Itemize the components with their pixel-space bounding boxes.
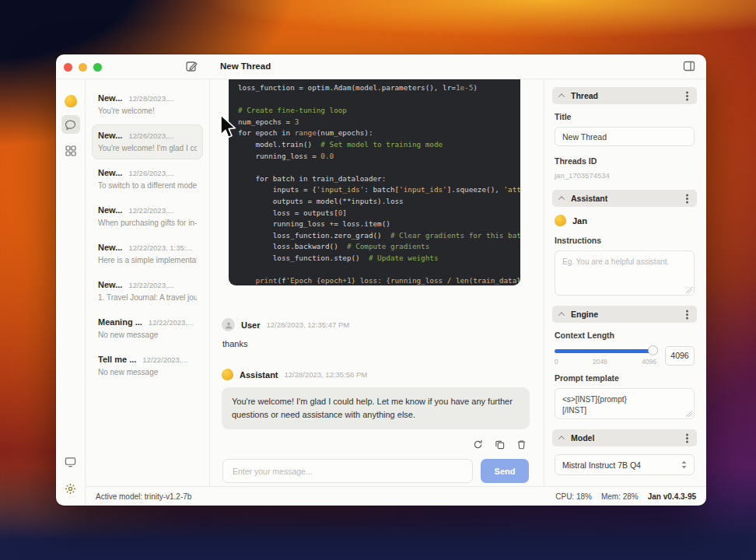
code-line: running_loss = 0.0 (238, 151, 511, 163)
code-line: print(f'Epoch {epoch+1} loss: {running_l… (238, 275, 511, 285)
trash-icon[interactable] (516, 439, 527, 450)
kebab-menu-icon[interactable] (686, 198, 688, 200)
settings-gear-icon[interactable] (61, 479, 80, 498)
regenerate-icon[interactable] (473, 439, 483, 450)
threads-id-value: jan_1703574534 (555, 171, 695, 180)
code-line (238, 94, 511, 106)
thread-title-input[interactable] (555, 127, 695, 146)
chevron-up-icon (558, 93, 565, 100)
thread-preview: You're welcome! I'm glad I cou... (98, 144, 197, 152)
message-input[interactable] (222, 459, 473, 483)
left-icon-rail (56, 79, 86, 506)
tick-label: 2048 (593, 358, 607, 366)
model-section-header[interactable]: Model (552, 429, 697, 446)
code-line: outputs = model(**inputs).loss (238, 196, 511, 208)
titlebar: New Thread (56, 54, 706, 79)
code-line (238, 264, 511, 276)
chevron-up-icon (558, 312, 565, 318)
slider-knob[interactable] (648, 345, 658, 355)
copy-icon[interactable] (495, 439, 505, 450)
engine-section-header[interactable]: Engine (552, 306, 697, 323)
cpu-status: CPU: 18% (555, 492, 592, 501)
section-title: Assistant (571, 194, 679, 203)
code-line: loss_function.zero_grad() # Clear gradie… (238, 230, 511, 242)
code-line: loss = outputs[0] (238, 208, 511, 219)
assistant-name: Jan (572, 216, 587, 226)
thread-list-item[interactable]: New...12/28/2023,...You're welcome! (92, 87, 203, 122)
model-section: Model Mistral Instruct 7B Q4 (552, 429, 697, 486)
threads-nav-chat-icon[interactable] (61, 115, 80, 134)
prompt-template-label: Prompt template (555, 373, 695, 383)
code-block: loss_function = optim.Adam(model.paramet… (229, 79, 520, 285)
code-line: loss_function = optim.Adam(model.paramet… (238, 82, 511, 94)
thread-list-item[interactable]: New...12/22/2023,...1. Travel Journal: A… (92, 274, 203, 309)
user-message-text: thanks (222, 339, 530, 348)
thread-list-item[interactable]: New...12/22/2023,...When purchasing gift… (92, 199, 203, 234)
thread-list-item[interactable]: New...12/26/2023,...You're welcome! I'm … (92, 124, 203, 159)
code-line: loss_function.step() # Update weights (238, 253, 511, 264)
assistant-wave-icon (555, 215, 566, 226)
right-panel-toggle-icon[interactable] (683, 61, 695, 72)
resize-handle-icon[interactable] (686, 287, 692, 293)
code-line: inputs = {'input_ids': batch['input_ids'… (238, 184, 511, 196)
instructions-textarea[interactable] (555, 250, 695, 296)
hub-grid-icon[interactable] (61, 142, 80, 160)
kebab-menu-icon[interactable] (686, 437, 688, 439)
code-line (238, 162, 511, 173)
minimize-window-button[interactable] (79, 63, 87, 72)
desktop-wallpaper: New Thread (0, 0, 756, 560)
assistant-message-bubble: You're welcome! I'm glad I could help. L… (222, 387, 530, 429)
model-select[interactable]: Mistral Instruct 7B Q4 (555, 454, 695, 475)
tick-label: 0 (555, 358, 558, 366)
user-message-header: User 12/28/2023, 12:35:47 PM (222, 318, 530, 331)
thread-title: New... (98, 280, 122, 289)
context-length-slider[interactable] (555, 349, 656, 353)
thread-preview: To switch to a different model,... (98, 181, 197, 190)
message-actions (222, 429, 530, 457)
thread-list-item[interactable]: Tell me ...12/22/2023,...No new message (92, 348, 203, 383)
new-thread-compose-icon[interactable] (185, 60, 198, 73)
slider-ticks: 0 2048 4096 (555, 358, 656, 366)
thread-preview: Here is a simple implementati... (98, 256, 197, 264)
thread-date: 12/26/2023,... (128, 169, 173, 177)
thread-preview: When purchasing gifts for in-... (98, 219, 197, 227)
section-title: Engine (571, 310, 679, 319)
thread-date: 12/22/2023, 1:35:... (128, 243, 192, 252)
prompt-template-textarea[interactable]: <s>[INST]{prompt} [/INST] (555, 388, 695, 419)
zoom-window-button[interactable] (93, 63, 102, 72)
thread-list-item[interactable]: New...12/22/2023, 1:35:...Here is a simp… (92, 236, 203, 271)
thread-section-header[interactable]: Thread (552, 87, 697, 104)
thread-preview: You're welcome! (98, 107, 197, 115)
message-role: Assistant (240, 370, 278, 380)
mem-status: Mem: 28% (601, 492, 639, 501)
code-line: for epoch in range(num_epochs): (238, 128, 511, 139)
active-model-status: Active model: trinity-v1.2-7b (96, 492, 191, 501)
code-line: running_loss += loss.item() (238, 219, 511, 230)
system-monitor-icon[interactable] (61, 453, 80, 471)
thread-list-item[interactable]: Meaning ...12/22/2023,...No new message (92, 311, 203, 346)
close-window-button[interactable] (64, 63, 72, 72)
assistant-section-header[interactable]: Assistant (552, 190, 697, 207)
thread-date: 12/22/2023,... (128, 206, 173, 215)
right-settings-panel: Thread Title Threads ID jan_1703574534 (544, 79, 706, 486)
kebab-menu-icon[interactable] (686, 95, 688, 97)
thread-preview: No new message (98, 368, 197, 376)
thread-title: New... (98, 168, 122, 177)
thread-preview: No new message (98, 331, 197, 339)
thread-preview: 1. Travel Journal: A travel journ... (98, 293, 197, 302)
chevron-up-icon (558, 436, 565, 442)
context-length-value[interactable]: 4096 (665, 346, 695, 366)
thread-list: New...12/28/2023,...You're welcome!New..… (86, 79, 210, 486)
user-avatar-icon (222, 318, 235, 331)
thread-title: New... (98, 205, 122, 215)
threads-id-label: Threads ID (555, 156, 695, 166)
thread-list-item[interactable]: New...12/26/2023,...To switch to a diffe… (92, 162, 203, 197)
code-line: loss.backward() # Compute gradients (238, 241, 511, 253)
send-button[interactable]: Send (481, 459, 529, 483)
traffic-lights (64, 63, 102, 72)
kebab-menu-icon[interactable] (686, 313, 688, 316)
resize-handle-icon[interactable] (686, 411, 692, 417)
code-line: for batch in train_dataloader: (238, 173, 511, 185)
title-label: Title (555, 112, 695, 121)
thread-date: 12/22/2023,... (128, 281, 173, 289)
